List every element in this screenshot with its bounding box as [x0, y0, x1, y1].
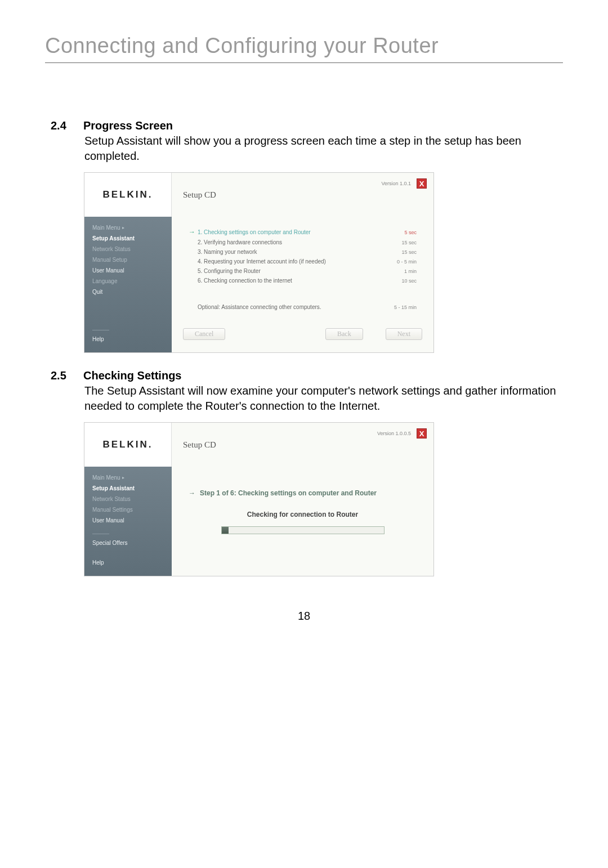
step-header-label: Step 1 of 6: Checking settings on comput…: [200, 489, 377, 497]
belkin-logo: BELKIN.: [103, 439, 153, 450]
sidebar-item-manual-setup[interactable]: Manual Setup: [92, 257, 164, 263]
section-number: 2.4: [51, 119, 73, 132]
step-time: 10 sec: [377, 278, 417, 284]
step-label: 4. Requesting your Internet account info…: [198, 258, 377, 265]
chevron-right-icon: ▸: [122, 225, 124, 230]
sidebar-item-network-status[interactable]: Network Status: [92, 246, 164, 252]
step-time: 15 sec: [377, 240, 417, 245]
section-2-4: 2.4 Progress Screen Setup Assistant will…: [45, 119, 563, 352]
back-button[interactable]: Back: [325, 328, 363, 340]
sidebar-item-setup-assistant[interactable]: Setup Assistant: [92, 235, 164, 241]
section-2-5: 2.5 Checking Settings The Setup Assistan…: [45, 369, 563, 576]
arrow-right-icon: →: [189, 489, 195, 497]
step-label: 5. Configuring the Router: [198, 268, 377, 274]
sidebar-item-quit[interactable]: Quit: [92, 289, 164, 295]
sidebar-item-user-manual[interactable]: User Manual: [92, 267, 164, 274]
version-label: Version 1.0.1: [381, 181, 411, 186]
page-title: Connecting and Configuring your Router: [45, 34, 563, 63]
step-list: → 1. Checking settings on computer and R…: [189, 228, 417, 310]
main-menu-header[interactable]: Main Menu ▸: [92, 475, 164, 481]
step-row: → 1. Checking settings on computer and R…: [189, 228, 417, 236]
app-sidebar: BELKIN. Main Menu ▸ Setup Assistant Netw…: [84, 423, 172, 576]
step-time: 5 sec: [377, 230, 417, 235]
page-number: 18: [45, 610, 563, 623]
sidebar-item-special-offers[interactable]: Special Offers: [92, 540, 164, 546]
step-time: 15 sec: [377, 249, 417, 255]
main-menu-label: Main Menu: [92, 225, 120, 231]
main-menu-label: Main Menu: [92, 475, 120, 481]
sidebar-item-help[interactable]: Help: [92, 336, 164, 342]
button-bar: Cancel Back Next: [172, 320, 433, 352]
section-title: Checking Settings: [83, 369, 181, 382]
step-label: 3. Naming your network: [198, 249, 377, 255]
logo-area: BELKIN.: [84, 423, 172, 467]
section-body: The Setup Assistant will now examine you…: [84, 383, 563, 414]
progress-bar: [221, 526, 385, 534]
next-button[interactable]: Next: [386, 328, 422, 340]
close-icon[interactable]: X: [417, 178, 427, 189]
belkin-logo: BELKIN.: [103, 189, 153, 200]
main-menu-header[interactable]: Main Menu ▸: [92, 225, 164, 231]
section-title: Progress Screen: [83, 119, 173, 132]
app-title: Setup CD: [183, 190, 216, 200]
chevron-right-icon: ▸: [122, 475, 124, 480]
optional-step-time: 5 - 15 min: [377, 305, 417, 310]
sidebar-item-help[interactable]: Help: [92, 560, 164, 566]
sidebar-item-language[interactable]: Language: [92, 278, 164, 284]
step-header: → Step 1 of 6: Checking settings on comp…: [189, 489, 417, 497]
screenshot-checking: BELKIN. Main Menu ▸ Setup Assistant Netw…: [84, 423, 433, 576]
app-main: Setup CD Version 1.0.1 X → 1. Checking s…: [172, 173, 433, 352]
app-title: Setup CD: [183, 440, 216, 450]
screenshot-progress: BELKIN. Main Menu ▸ Setup Assistant Netw…: [84, 173, 433, 352]
app-sidebar: BELKIN. Main Menu ▸ Setup Assistant Netw…: [84, 173, 172, 352]
step-label: 2. Verifying hardware connections: [198, 239, 377, 245]
logo-area: BELKIN.: [84, 173, 172, 217]
step-label: 6. Checking connection to the internet: [198, 278, 377, 284]
cancel-button[interactable]: Cancel: [183, 328, 225, 340]
version-label: Version 1.0.0.5: [377, 431, 411, 436]
close-icon[interactable]: X: [417, 428, 427, 439]
optional-step-label: Optional: Assistance connecting other co…: [198, 304, 377, 310]
step-time: 1 min: [377, 269, 417, 274]
arrow-right-icon: →: [189, 228, 198, 236]
section-body: Setup Assistant will show you a progress…: [84, 133, 563, 164]
sidebar-item-setup-assistant[interactable]: Setup Assistant: [92, 485, 164, 491]
section-number: 2.5: [51, 369, 73, 382]
step-time: 0 - 5 min: [377, 259, 417, 265]
status-text: Checking for connection to Router: [189, 511, 417, 518]
step-label: 1. Checking settings on computer and Rou…: [198, 229, 377, 235]
sidebar-item-user-manual[interactable]: User Manual: [92, 517, 164, 524]
progress-fill: [222, 527, 229, 534]
sidebar-item-manual-settings[interactable]: Manual Settings: [92, 507, 164, 513]
app-main: Setup CD Version 1.0.0.5 X → Step 1 of 6…: [172, 423, 433, 576]
sidebar-item-network-status[interactable]: Network Status: [92, 496, 164, 502]
